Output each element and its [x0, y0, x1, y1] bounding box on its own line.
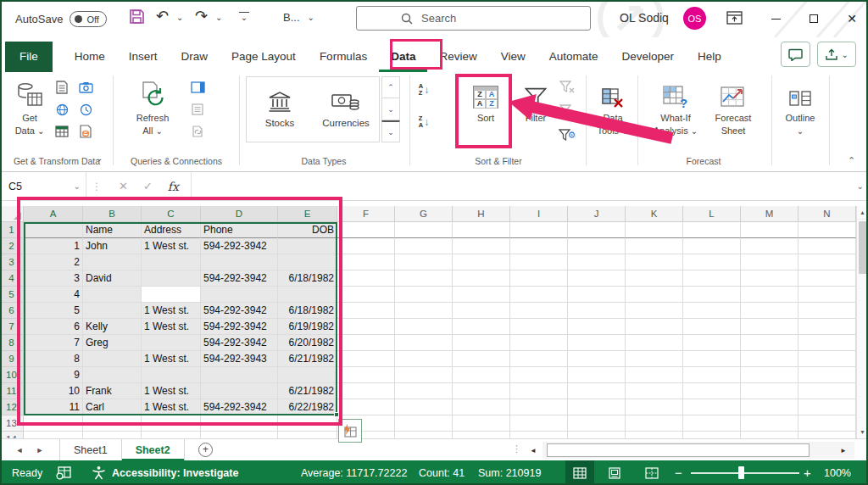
- grid-cell-A14[interactable]: [24, 432, 83, 438]
- horizontal-scrollbar[interactable]: [542, 442, 854, 459]
- grid-cell-H3[interactable]: [453, 254, 510, 270]
- grid-cell-E10[interactable]: [278, 367, 337, 383]
- column-header-A[interactable]: A: [24, 206, 83, 222]
- close-button[interactable]: ✕: [840, 7, 864, 31]
- grid-cell-N6[interactable]: [798, 303, 856, 319]
- grid-cell-E13[interactable]: [278, 415, 337, 432]
- row-header-10[interactable]: 10: [0, 367, 24, 383]
- grid-cell-B11[interactable]: Frank: [83, 383, 142, 399]
- grid-cell-I8[interactable]: [510, 335, 568, 351]
- vertical-scrollbar[interactable]: ▲ ▼: [856, 206, 868, 438]
- grid-cell-H9[interactable]: [453, 351, 510, 367]
- grid-cell-B7[interactable]: Kelly: [83, 319, 142, 335]
- grid-cell-G3[interactable]: [395, 254, 453, 270]
- refresh-all-button[interactable]: Refresh All ⌄: [125, 76, 180, 137]
- grid-cell-N2[interactable]: [798, 238, 856, 254]
- grid-cell-A9[interactable]: 8: [24, 351, 83, 367]
- save-icon[interactable]: [129, 8, 145, 25]
- grid-cell-N3[interactable]: [798, 254, 856, 270]
- grid-cell-H13[interactable]: [453, 415, 510, 432]
- grid-cell-G13[interactable]: [395, 415, 453, 432]
- grid-cell-I1[interactable]: [510, 222, 568, 238]
- grid-cell-L13[interactable]: [683, 415, 741, 432]
- grid-cell-E1[interactable]: DOB: [278, 222, 337, 238]
- grid-cell-M3[interactable]: [741, 254, 798, 270]
- redo-chevron-icon[interactable]: ⌄: [215, 13, 222, 22]
- grid-cell-E3[interactable]: [278, 254, 337, 270]
- grid-cell-N5[interactable]: [798, 287, 856, 303]
- name-box[interactable]: C5 ⌄: [0, 172, 86, 200]
- grid-cell-H2[interactable]: [453, 238, 510, 254]
- grid-cell-B3[interactable]: [83, 254, 142, 270]
- grid-cell-I12[interactable]: [510, 399, 568, 415]
- grid-cell-G5[interactable]: [395, 287, 453, 303]
- from-picture-icon[interactable]: [76, 78, 95, 97]
- grid-cell-J12[interactable]: [568, 399, 626, 415]
- grid-cell-M9[interactable]: [741, 351, 798, 367]
- grid-cell-B1[interactable]: Name: [83, 222, 142, 238]
- grid-cell-K9[interactable]: [626, 351, 683, 367]
- autosave-toggle[interactable]: Off: [70, 11, 106, 27]
- ribbon-tab-view[interactable]: View: [489, 41, 537, 72]
- grid-cell-K11[interactable]: [626, 383, 683, 399]
- enter-icon[interactable]: ✓: [143, 180, 153, 192]
- grid-cell-A1[interactable]: [24, 222, 83, 238]
- grid-cell-B5[interactable]: [83, 287, 142, 303]
- grid-cell-B4[interactable]: David: [83, 270, 142, 287]
- forecast-sheet-button[interactable]: Forecast Sheet: [709, 76, 758, 137]
- grid-cell-E5[interactable]: [278, 287, 337, 303]
- sheet-tab-sheet1[interactable]: Sheet1: [59, 439, 122, 461]
- column-header-F[interactable]: F: [337, 206, 395, 222]
- grid-cell-I2[interactable]: [510, 238, 568, 254]
- scroll-down-icon[interactable]: ▼: [857, 425, 868, 438]
- comments-button[interactable]: [781, 42, 810, 67]
- grid-cell-G2[interactable]: [395, 238, 453, 254]
- data-tools-button[interactable]: Data Tools ⌄: [591, 76, 635, 137]
- grid-cell-G14[interactable]: [395, 432, 453, 438]
- column-header-C[interactable]: C: [142, 206, 201, 222]
- grid-cell-H12[interactable]: [453, 399, 510, 415]
- grid-cell-H11[interactable]: [453, 383, 510, 399]
- row-header-14[interactable]: 14: [0, 432, 24, 438]
- grid-cell-H7[interactable]: [453, 319, 510, 335]
- page-layout-view-button[interactable]: [600, 460, 629, 485]
- ribbon-tab-home[interactable]: Home: [63, 41, 117, 72]
- ribbon-tab-developer[interactable]: Developer: [610, 41, 687, 72]
- grid-cell-G1[interactable]: [395, 222, 453, 238]
- grid-cell-J3[interactable]: [568, 254, 626, 270]
- grid-cell-I4[interactable]: [510, 270, 568, 287]
- grid-cell-A7[interactable]: 6: [24, 319, 83, 335]
- sheet-tab-sheet2[interactable]: Sheet2: [122, 439, 185, 461]
- grid-cell-N7[interactable]: [798, 319, 856, 335]
- accessibility-status[interactable]: Accessibility: Investigate: [112, 460, 238, 485]
- queries-connections-pane-icon[interactable]: [188, 78, 207, 97]
- formula-input[interactable]: [191, 172, 853, 200]
- grid-cell-L7[interactable]: [683, 319, 741, 335]
- grid-cell-N9[interactable]: [798, 351, 856, 367]
- grid-cell-G11[interactable]: [395, 383, 453, 399]
- zoom-slider-thumb[interactable]: [738, 466, 744, 479]
- grid-cell-D12[interactable]: 594-292-3942: [201, 399, 278, 415]
- avatar[interactable]: OS: [683, 7, 706, 30]
- grid-cell-A3[interactable]: 2: [24, 254, 83, 270]
- scrollbar-resize-grip[interactable]: ⋮: [512, 443, 521, 454]
- grid-cell-N12[interactable]: [798, 399, 856, 415]
- grid-cell-M11[interactable]: [741, 383, 798, 399]
- collapse-ribbon-icon[interactable]: ⌃: [848, 155, 855, 166]
- grid-cell-C6[interactable]: 1 West st.: [142, 303, 201, 319]
- grid-cell-H8[interactable]: [453, 335, 510, 351]
- minimize-button[interactable]: [764, 7, 787, 31]
- edit-links-icon[interactable]: [188, 122, 207, 141]
- row-header-12[interactable]: 12: [0, 399, 24, 415]
- grid-cell-N8[interactable]: [798, 335, 856, 351]
- grid-cell-J2[interactable]: [568, 238, 626, 254]
- grid-cell-C12[interactable]: 1 West st.: [142, 399, 201, 415]
- page-break-view-button[interactable]: [637, 460, 666, 485]
- grid-cell-E12[interactable]: 6/22/1982: [278, 399, 337, 415]
- redo-icon[interactable]: ↷: [195, 7, 208, 25]
- hscroll-left-icon[interactable]: ◄: [526, 442, 541, 459]
- grid-cell-I7[interactable]: [510, 319, 568, 335]
- grid-cell-L12[interactable]: [683, 399, 741, 415]
- grid-cell-G6[interactable]: [395, 303, 453, 319]
- grid-cell-B12[interactable]: Carl: [83, 399, 142, 415]
